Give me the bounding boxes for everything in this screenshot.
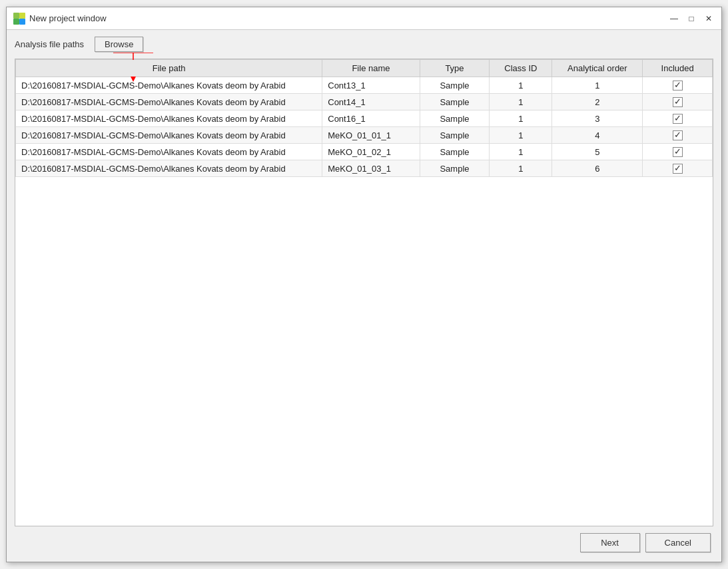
data-table-container: File path File name Type Class ID Analyt…	[15, 59, 713, 526]
cell-classid: 1	[490, 127, 552, 144]
cell-analytical-order: 6	[552, 160, 643, 177]
cell-analytical-order: 4	[552, 127, 643, 144]
cell-classid: 1	[490, 160, 552, 177]
column-header-classid: Class ID	[490, 60, 552, 77]
column-header-filename: File name	[322, 60, 420, 77]
maximize-button[interactable]: □	[685, 13, 697, 25]
cell-filepath: D:\20160817-MSDIAL-GCMS-Demo\Alkanes Kov…	[16, 94, 322, 110]
included-checkbox[interactable]	[673, 81, 683, 91]
svg-rect-3	[19, 19, 25, 25]
table-row[interactable]: D:\20160817-MSDIAL-GCMS-Demo\Alkanes Kov…	[16, 127, 713, 144]
cell-filename: Cont14_1	[322, 94, 420, 110]
cell-classid: 1	[490, 110, 552, 127]
included-checkbox[interactable]	[673, 114, 683, 124]
top-bar: Analysis file paths Browse	[15, 37, 713, 52]
cell-filename: Cont16_1	[322, 110, 420, 127]
column-header-type: Type	[420, 60, 490, 77]
cell-analytical-order: 2	[552, 94, 643, 110]
cell-type: Sample	[420, 94, 490, 110]
included-checkbox[interactable]	[673, 97, 683, 107]
cell-included[interactable]	[643, 127, 713, 144]
window-title: New project window	[29, 13, 107, 23]
cell-filename: Cont13_1	[322, 77, 420, 94]
minimize-button[interactable]: —	[668, 13, 680, 25]
cell-filename: MeKO_01_03_1	[322, 160, 420, 177]
app-icon	[13, 13, 25, 25]
analysis-file-paths-label: Analysis file paths	[15, 39, 84, 49]
cell-type: Sample	[420, 110, 490, 127]
cell-filepath: D:\20160817-MSDIAL-GCMS-Demo\Alkanes Kov…	[16, 144, 322, 160]
cell-included[interactable]	[643, 94, 713, 110]
browse-button[interactable]: Browse	[95, 37, 143, 52]
svg-rect-1	[19, 13, 25, 19]
cell-type: Sample	[420, 127, 490, 144]
title-bar: New project window — □ ✕	[7, 7, 721, 30]
cancel-button[interactable]: Cancel	[645, 533, 711, 552]
included-checkbox[interactable]	[673, 147, 683, 157]
included-checkbox[interactable]	[673, 130, 683, 140]
window-content: Analysis file paths Browse File path Fil…	[7, 30, 721, 562]
title-bar-left: New project window	[13, 13, 107, 25]
cell-classid: 1	[490, 94, 552, 110]
cell-analytical-order: 1	[552, 77, 643, 94]
svg-rect-0	[13, 19, 19, 25]
cell-classid: 1	[490, 77, 552, 94]
cell-included[interactable]	[643, 144, 713, 160]
main-window: New project window — □ ✕ Analysis file p…	[6, 7, 722, 562]
cell-classid: 1	[490, 144, 552, 160]
cell-type: Sample	[420, 77, 490, 94]
cell-filename: MeKO_01_01_1	[322, 127, 420, 144]
svg-rect-2	[13, 13, 19, 19]
table-row[interactable]: D:\20160817-MSDIAL-GCMS-Demo\Alkanes Kov…	[16, 94, 713, 110]
cell-included[interactable]	[643, 77, 713, 94]
included-checkbox[interactable]	[673, 164, 683, 174]
cell-analytical-order: 5	[552, 144, 643, 160]
cell-filepath: D:\20160817-MSDIAL-GCMS-Demo\Alkanes Kov…	[16, 160, 322, 177]
table-row[interactable]: D:\20160817-MSDIAL-GCMS-Demo\Alkanes Kov…	[16, 160, 713, 177]
next-button[interactable]: Next	[580, 533, 640, 552]
cell-included[interactable]	[643, 160, 713, 177]
table-row[interactable]: D:\20160817-MSDIAL-GCMS-Demo\Alkanes Kov…	[16, 144, 713, 160]
cell-type: Sample	[420, 144, 490, 160]
column-header-filepath: File path	[16, 60, 322, 77]
cell-filepath: D:\20160817-MSDIAL-GCMS-Demo\Alkanes Kov…	[16, 110, 322, 127]
cell-analytical-order: 3	[552, 110, 643, 127]
close-button[interactable]: ✕	[703, 13, 715, 25]
cell-filename: MeKO_01_02_1	[322, 144, 420, 160]
bottom-bar: Next Cancel	[15, 526, 713, 555]
column-header-included: Included	[643, 60, 713, 77]
cell-included[interactable]	[643, 110, 713, 127]
title-bar-controls: — □ ✕	[668, 13, 715, 25]
cell-filepath: D:\20160817-MSDIAL-GCMS-Demo\Alkanes Kov…	[16, 127, 322, 144]
cell-type: Sample	[420, 160, 490, 177]
column-header-anaorder: Analytical order	[552, 60, 643, 77]
table-row[interactable]: D:\20160817-MSDIAL-GCMS-Demo\Alkanes Kov…	[16, 110, 713, 127]
